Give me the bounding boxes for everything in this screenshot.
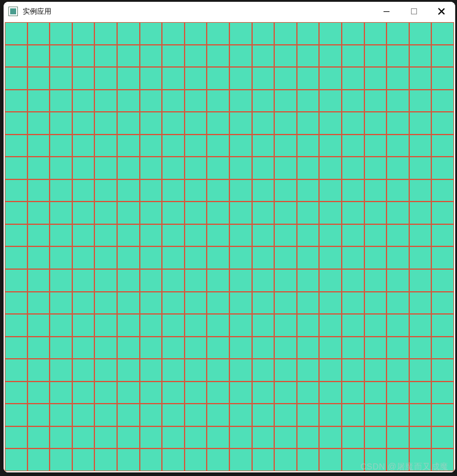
grid-cell — [252, 67, 275, 90]
grid-cell — [252, 112, 275, 135]
grid-cell — [5, 382, 27, 404]
grid-cell — [342, 224, 364, 247]
grid-cell — [5, 337, 27, 359]
grid-cell — [94, 90, 117, 112]
grid-cell — [162, 224, 185, 247]
grid-cell — [342, 426, 364, 449]
grid-cell — [274, 157, 297, 179]
grid-cell — [252, 135, 275, 157]
grid-cell — [431, 45, 454, 68]
grid-cell — [27, 246, 50, 269]
grid-cell — [319, 67, 342, 90]
grid-cell — [94, 45, 117, 68]
grid-cell — [431, 135, 454, 157]
grid-cell — [342, 202, 364, 224]
grid-cell — [319, 112, 342, 135]
grid-cell — [162, 67, 185, 90]
grid-cell — [5, 404, 27, 426]
grid-cell — [185, 202, 207, 224]
grid-cell — [252, 22, 275, 45]
grid-cell — [140, 269, 162, 292]
grid-cell — [185, 224, 207, 247]
grid-cell — [117, 404, 140, 426]
grid-cell — [274, 337, 297, 359]
grid-cell — [207, 135, 229, 157]
grid-cell — [27, 292, 50, 315]
grid-cell — [409, 314, 432, 337]
grid-cell — [297, 426, 320, 449]
grid-cell — [140, 314, 162, 337]
grid-cell — [207, 22, 229, 45]
grid-cell — [387, 382, 409, 404]
grid-cell — [162, 22, 185, 45]
grid-cell — [252, 45, 275, 68]
grid-cell — [431, 359, 454, 382]
grid-cell — [207, 90, 229, 112]
grid-cell — [162, 269, 185, 292]
client-area — [4, 21, 455, 472]
grid-cell — [72, 179, 95, 202]
grid-cell — [5, 90, 27, 112]
grid-cell — [387, 246, 409, 269]
grid-cell — [252, 90, 275, 112]
grid-cell — [94, 337, 117, 359]
grid-cell — [387, 157, 409, 179]
grid-cell — [162, 45, 185, 68]
grid-cell — [94, 67, 117, 90]
grid-cell — [72, 90, 95, 112]
grid-cell — [319, 45, 342, 68]
grid-cell — [5, 314, 27, 337]
minimize-button[interactable] — [373, 2, 400, 21]
grid-cell — [185, 112, 207, 135]
maximize-button[interactable] — [400, 2, 428, 21]
grid-cell — [207, 314, 229, 337]
window-title: 实例应用 — [23, 7, 373, 17]
grid-cell — [431, 314, 454, 337]
grid-cell — [5, 202, 27, 224]
grid-cell — [50, 359, 72, 382]
grid-cell — [387, 90, 409, 112]
grid-cell — [72, 404, 95, 426]
grid-cell — [50, 224, 72, 247]
grid-cell — [342, 157, 364, 179]
grid-cell — [319, 337, 342, 359]
grid-cell — [364, 135, 387, 157]
grid-cell — [94, 269, 117, 292]
grid-cell — [27, 426, 50, 449]
grid-cell — [5, 224, 27, 247]
grid-cell — [140, 67, 162, 90]
grid-cell — [229, 246, 252, 269]
grid-cell — [117, 224, 140, 247]
maximize-icon — [411, 8, 417, 14]
grid-cell — [50, 112, 72, 135]
grid-cell — [364, 269, 387, 292]
grid-cell — [5, 246, 27, 269]
grid-cell — [140, 246, 162, 269]
grid-cell — [319, 157, 342, 179]
titlebar[interactable]: 实例应用 — [4, 2, 455, 21]
grid-cell — [5, 22, 27, 45]
grid-cell — [140, 224, 162, 247]
grid-cell — [72, 157, 95, 179]
grid-cell — [185, 67, 207, 90]
grid-cell — [387, 359, 409, 382]
grid-cell — [185, 22, 207, 45]
grid-cell — [185, 404, 207, 426]
grid-cell — [27, 337, 50, 359]
grid-cell — [162, 404, 185, 426]
grid-cell — [364, 67, 387, 90]
grid-cell — [140, 112, 162, 135]
grid-cell — [140, 202, 162, 224]
grid-cell — [431, 179, 454, 202]
grid-cell — [319, 224, 342, 247]
close-button[interactable] — [428, 2, 455, 21]
grid-cell — [431, 337, 454, 359]
grid-cell — [297, 45, 320, 68]
grid-cell — [342, 314, 364, 337]
grid-cell — [72, 382, 95, 404]
grid-cell — [252, 426, 275, 449]
grid-cell — [342, 382, 364, 404]
grid-cell — [140, 157, 162, 179]
grid-cell — [27, 314, 50, 337]
grid-cell — [274, 246, 297, 269]
